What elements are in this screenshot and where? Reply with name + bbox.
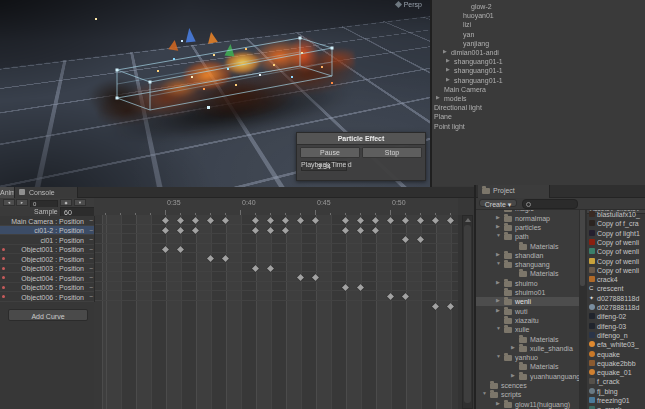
asset-item[interactable]: equake2bbb: [587, 359, 645, 368]
track-menu-dash[interactable]: −: [89, 284, 93, 291]
tree-folder-row[interactable]: ▶wuti: [476, 307, 579, 316]
tree-folder-row[interactable]: ▼xulie: [476, 325, 579, 334]
animation-track-row[interactable]: ci01 : Position−: [0, 235, 94, 245]
next-key-button[interactable]: ►: [16, 199, 28, 206]
prev-key-button[interactable]: ◄: [3, 199, 15, 206]
tree-expand-arrow-icon[interactable]: ▶: [496, 308, 500, 313]
animation-track-row[interactable]: Object002 : Position−: [0, 254, 94, 264]
hierarchy-item[interactable]: ▶shanguang01-1: [454, 58, 503, 65]
asset-item[interactable]: difengo_n: [587, 331, 645, 340]
expand-arrow-icon[interactable]: ▶: [443, 49, 447, 54]
track-menu-dash[interactable]: −: [89, 265, 93, 272]
tree-folder-row[interactable]: ▼yanhuo: [476, 353, 579, 362]
tree-expand-arrow-icon[interactable]: ▶: [496, 224, 500, 229]
tree-folder-row[interactable]: ▼path: [476, 232, 579, 241]
tree-expand-arrow-icon[interactable]: ▼: [496, 261, 501, 266]
tab-project[interactable]: Project: [478, 185, 550, 199]
scene-view[interactable]: Persp Particle Effect Pause Stop Playbac…: [0, 0, 432, 189]
tree-folder-row[interactable]: scences: [476, 381, 579, 390]
scroll-up-arrow-icon[interactable]: [465, 218, 471, 222]
add-keyframe-button[interactable]: ◆: [60, 199, 72, 206]
track-menu-dash[interactable]: −: [89, 255, 93, 262]
tree-folder-row[interactable]: ▼shanguang: [476, 260, 579, 269]
hierarchy-item[interactable]: yan: [463, 31, 474, 38]
add-curve-button[interactable]: Add Curve: [8, 309, 88, 321]
asset-item[interactable]: difeng-02: [587, 312, 645, 321]
tree-folder-row[interactable]: xiazaitu: [476, 316, 579, 325]
tree-expand-arrow-icon[interactable]: ▼: [482, 391, 487, 396]
tree-folder-row[interactable]: Materials: [476, 242, 579, 251]
hierarchy-item[interactable]: ▶models: [444, 95, 467, 102]
animation-track-row[interactable]: Object001 : Position−: [0, 245, 94, 255]
tree-folder-row[interactable]: Materials: [476, 269, 579, 278]
asset-item[interactable]: Ccrescent: [587, 284, 645, 293]
pause-button[interactable]: Pause: [300, 147, 360, 158]
asset-item[interactable]: Copy of f_cra: [587, 219, 645, 228]
tree-expand-arrow-icon[interactable]: ▶: [496, 401, 500, 406]
hierarchy-item[interactable]: Point light: [434, 123, 465, 130]
hierarchy-item[interactable]: lizi: [463, 21, 471, 28]
track-menu-dash[interactable]: −: [89, 293, 93, 300]
asset-item[interactable]: Copy of light1: [587, 229, 645, 238]
track-menu-dash[interactable]: −: [89, 227, 93, 234]
asset-item[interactable]: Copy of wenli: [587, 257, 645, 266]
tree-expand-arrow-icon[interactable]: ▼: [496, 326, 501, 331]
stop-button[interactable]: Stop: [362, 147, 422, 158]
animation-vertical-scrollbar[interactable]: [462, 215, 473, 409]
animation-track-row[interactable]: Object003 : Position−: [0, 264, 94, 274]
tree-folder-row[interactable]: ▶wenli: [476, 297, 579, 306]
asset-item[interactable]: Copy of wenli: [587, 238, 645, 247]
create-button[interactable]: Create ▾: [479, 199, 517, 207]
track-menu-dash[interactable]: −: [89, 246, 93, 253]
expand-arrow-icon[interactable]: ▶: [436, 95, 440, 100]
asset-item[interactable]: g_crack: [587, 405, 645, 409]
hierarchy-item[interactable]: Main Camera: [444, 86, 486, 93]
animation-track-row[interactable]: Object004 : Position−: [0, 273, 94, 283]
animation-track-row[interactable]: Object005 : Position−: [0, 283, 94, 293]
hierarchy-item[interactable]: huoyan01: [463, 12, 494, 19]
tree-folder-row[interactable]: ▶xulie_shandia: [476, 344, 579, 353]
animation-track-row[interactable]: Main Camera : Position−: [0, 216, 94, 226]
particle-effect-cluster[interactable]: [95, 18, 355, 126]
animation-track-row[interactable]: ci01-2 : Position−: [0, 226, 94, 236]
asset-item[interactable]: ✦d027888118d: [587, 294, 645, 303]
tree-folder-row[interactable]: ▶particles: [476, 223, 579, 232]
asset-item[interactable]: Copy of wenli: [587, 266, 645, 275]
tree-expand-arrow-icon[interactable]: ▶: [496, 298, 500, 303]
tree-folder-row[interactable]: Materials: [476, 335, 579, 344]
tree-folder-row[interactable]: ▶yuanhuanguang: [476, 372, 579, 381]
tree-expand-arrow-icon[interactable]: ▼: [496, 354, 501, 359]
tree-folder-row[interactable]: ▶normalmap: [476, 214, 579, 223]
asset-item[interactable]: fj_bing: [587, 387, 645, 396]
hierarchy-item[interactable]: ▶shanguang01-1: [454, 67, 503, 74]
tree-scrollbar[interactable]: [579, 199, 587, 409]
tree-expand-arrow-icon[interactable]: ▼: [496, 233, 501, 238]
expand-arrow-icon[interactable]: ▶: [446, 77, 450, 82]
hierarchy-item[interactable]: ▶shanguang01-1: [454, 77, 503, 84]
asset-item[interactable]: freezing01: [587, 396, 645, 405]
asset-item[interactable]: crack4: [587, 275, 645, 284]
search-input[interactable]: [522, 199, 578, 209]
tree-expand-arrow-icon[interactable]: ▶: [511, 345, 515, 350]
add-event-button[interactable]: ▼: [74, 199, 86, 206]
scrollbar-thumb[interactable]: [464, 225, 471, 403]
tree-expand-arrow-icon[interactable]: ▶: [496, 280, 500, 285]
tree-folder-row[interactable]: ▶shandian: [476, 251, 579, 260]
expand-arrow-icon[interactable]: ▶: [446, 67, 450, 72]
hierarchy-item[interactable]: ▶dimian001-andi: [451, 49, 499, 56]
hierarchy-item[interactable]: yanjiang: [463, 40, 489, 47]
asset-item[interactable]: difeng-03: [587, 322, 645, 331]
asset-item[interactable]: d027888118d: [587, 303, 645, 312]
expand-arrow-icon[interactable]: ▶: [446, 58, 450, 63]
scene-gizmo[interactable]: Persp: [396, 1, 422, 8]
asset-item[interactable]: efa_white03_: [587, 340, 645, 349]
tree-folder-row[interactable]: ▶shuimo: [476, 279, 579, 288]
tree-folder-row[interactable]: ▶glow11(huiguang): [476, 400, 579, 409]
asset-item[interactable]: Copy of wenli: [587, 247, 645, 256]
tree-folder-row[interactable]: Materials: [476, 362, 579, 371]
asset-item[interactable]: equake: [587, 350, 645, 359]
animation-track-row[interactable]: Object006 : Position−: [0, 292, 94, 302]
hierarchy-item[interactable]: glow-2: [471, 3, 492, 10]
asset-item[interactable]: blastullafx10_: [587, 210, 645, 219]
tree-expand-arrow-icon[interactable]: ▶: [496, 252, 500, 257]
